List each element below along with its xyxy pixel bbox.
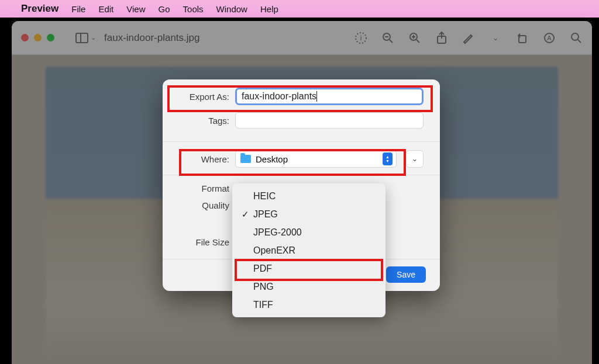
export-filename-input[interactable]: faux-indoor-plants bbox=[235, 88, 424, 105]
format-option-openexr[interactable]: OpenEXR bbox=[232, 241, 385, 259]
filesize-label: File Size bbox=[179, 237, 229, 247]
menu-file[interactable]: File bbox=[71, 4, 85, 14]
quality-label: Quality bbox=[179, 200, 229, 210]
tags-input[interactable] bbox=[235, 112, 424, 129]
format-option-pdf[interactable]: PDF bbox=[232, 259, 385, 278]
menu-help[interactable]: Help bbox=[260, 4, 278, 14]
format-option-tiff[interactable]: TIFF bbox=[232, 296, 385, 314]
menu-edit[interactable]: Edit bbox=[98, 4, 113, 14]
menu-tools[interactable]: Tools bbox=[183, 4, 204, 14]
format-label: Format bbox=[179, 183, 229, 193]
expand-browser-button[interactable]: ⌄ bbox=[406, 150, 424, 168]
app-menu[interactable]: Preview bbox=[21, 3, 58, 15]
folder-icon bbox=[240, 155, 251, 163]
format-option-heic[interactable]: HEIC bbox=[232, 187, 385, 205]
text-cursor bbox=[316, 91, 317, 102]
format-popup-menu: HEIC ✓JPEG JPEG-2000 OpenEXR PDF PNG TIF… bbox=[232, 183, 385, 317]
menu-window[interactable]: Window bbox=[216, 4, 247, 14]
format-option-jpeg[interactable]: ✓JPEG bbox=[232, 205, 385, 223]
where-dropdown[interactable]: Desktop ▲▼ bbox=[235, 150, 397, 168]
checkmark-icon: ✓ bbox=[242, 209, 253, 220]
save-button[interactable]: Save bbox=[386, 266, 426, 283]
where-value: Desktop bbox=[256, 154, 378, 164]
format-option-jpeg2000[interactable]: JPEG-2000 bbox=[232, 223, 385, 241]
tags-label: Tags: bbox=[179, 116, 229, 126]
menu-bar: Preview File Edit View Go Tools Window H… bbox=[0, 0, 599, 18]
export-as-label: Export As: bbox=[179, 92, 229, 102]
menu-view[interactable]: View bbox=[126, 4, 145, 14]
dropdown-stepper-icon: ▲▼ bbox=[383, 152, 393, 165]
menu-go[interactable]: Go bbox=[159, 4, 170, 14]
format-option-png[interactable]: PNG bbox=[232, 278, 385, 296]
where-label: Where: bbox=[179, 154, 229, 164]
